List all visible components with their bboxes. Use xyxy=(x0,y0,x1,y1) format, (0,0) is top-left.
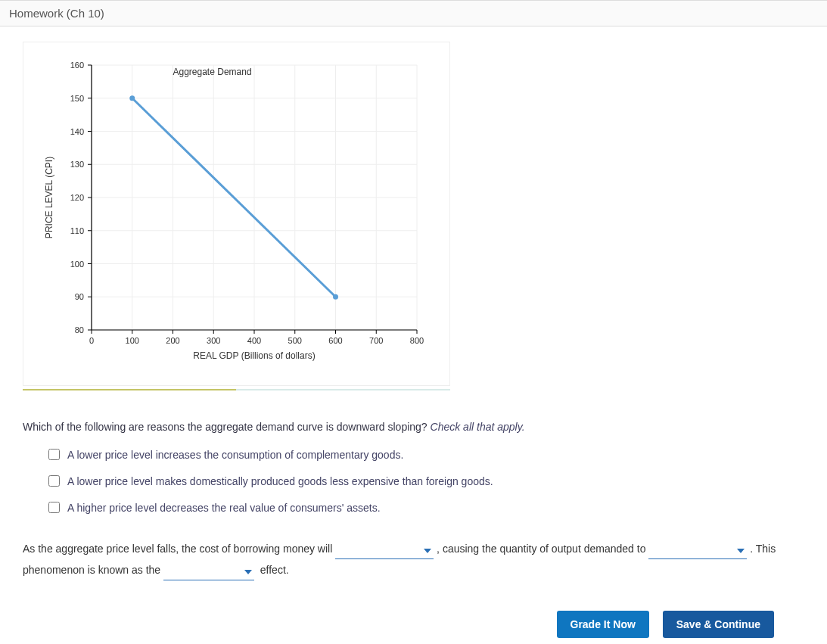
svg-text:300: 300 xyxy=(207,336,220,345)
q2-dropdown-3[interactable] xyxy=(163,565,254,580)
q1-option-label: A lower price level makes domestically p… xyxy=(67,475,493,487)
grade-button[interactable]: Grade It Now xyxy=(557,611,649,638)
svg-text:200: 200 xyxy=(166,336,179,345)
svg-marker-63 xyxy=(244,570,252,574)
svg-marker-62 xyxy=(737,549,745,553)
q1-hint: Check all that apply. xyxy=(431,421,525,433)
page-header: Homework (Ch 10) xyxy=(0,0,827,26)
svg-text:140: 140 xyxy=(70,127,84,136)
svg-text:600: 600 xyxy=(328,336,342,345)
q1-option-row: A higher price level decreases the real … xyxy=(45,499,804,515)
q1-option-label: A higher price level decreases the real … xyxy=(67,502,381,514)
svg-text:400: 400 xyxy=(247,336,261,345)
q1-prompt: Which of the following are reasons the a… xyxy=(23,421,427,433)
q1-options: A lower price level increases the consum… xyxy=(45,446,804,515)
section-divider xyxy=(23,389,450,390)
svg-text:100: 100 xyxy=(126,336,139,345)
q2-text-2: , causing the quantity of output demande… xyxy=(437,543,645,555)
chart-container: 0100200300400500600700800809010011012013… xyxy=(23,42,450,386)
page-title: Homework (Ch 10) xyxy=(9,7,104,20)
svg-text:90: 90 xyxy=(75,292,84,301)
q2-text-1: As the aggregate price level falls, the … xyxy=(23,543,332,555)
content-area: 0100200300400500600700800809010011012013… xyxy=(0,26,827,644)
svg-text:500: 500 xyxy=(288,336,302,345)
button-bar: Grade It Now Save & Continue xyxy=(23,611,804,638)
q2-text-4: effect. xyxy=(260,564,289,576)
svg-text:130: 130 xyxy=(70,160,84,169)
svg-text:100: 100 xyxy=(70,260,84,269)
svg-text:Aggregate Demand: Aggregate Demand xyxy=(173,67,252,77)
svg-point-59 xyxy=(333,294,338,300)
chevron-down-icon xyxy=(244,568,253,576)
q1-option-row: A lower price level makes domestically p… xyxy=(45,473,804,489)
svg-text:700: 700 xyxy=(369,336,383,345)
svg-text:80: 80 xyxy=(75,325,84,334)
q1-option-row: A lower price level increases the consum… xyxy=(45,446,804,462)
svg-text:PRICE LEVEL (CPI): PRICE LEVEL (CPI) xyxy=(44,157,54,238)
q1-option-label: A lower price level increases the consum… xyxy=(67,449,403,461)
aggregate-demand-chart: 0100200300400500600700800809010011012013… xyxy=(31,58,440,375)
svg-marker-61 xyxy=(424,549,431,553)
svg-text:800: 800 xyxy=(410,336,424,345)
question-2: As the aggregate price level falls, the … xyxy=(23,538,804,580)
chevron-down-icon xyxy=(736,547,745,555)
question-1: Which of the following are reasons the a… xyxy=(23,421,804,515)
chevron-down-icon xyxy=(423,547,432,555)
q2-dropdown-1[interactable] xyxy=(335,544,434,559)
svg-text:160: 160 xyxy=(70,61,84,70)
q1-checkbox-0[interactable] xyxy=(48,449,60,460)
svg-point-58 xyxy=(129,95,135,101)
svg-text:150: 150 xyxy=(70,94,84,103)
svg-text:120: 120 xyxy=(70,193,84,202)
q1-checkbox-1[interactable] xyxy=(48,475,60,487)
q1-checkbox-2[interactable] xyxy=(48,502,60,513)
svg-text:REAL GDP (Billions of dollars): REAL GDP (Billions of dollars) xyxy=(193,350,315,361)
q2-dropdown-2[interactable] xyxy=(648,544,747,559)
svg-text:110: 110 xyxy=(70,226,84,235)
svg-text:0: 0 xyxy=(89,336,94,345)
save-continue-button[interactable]: Save & Continue xyxy=(663,611,774,638)
